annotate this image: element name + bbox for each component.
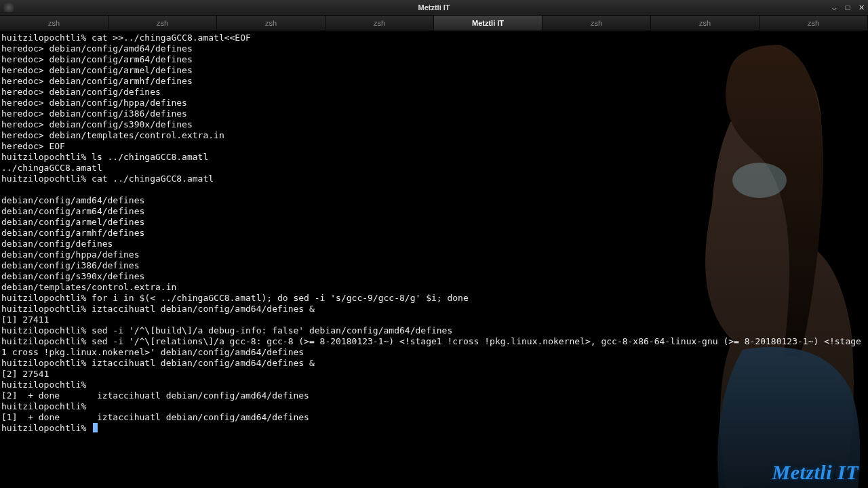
tab-label: zsh bbox=[699, 19, 711, 27]
tab-label: zsh bbox=[591, 19, 602, 27]
window-title: Metztli IT bbox=[0, 3, 868, 12]
close-button[interactable]: ✕ bbox=[856, 2, 867, 13]
app-icon bbox=[4, 3, 14, 12]
window-titlebar: Metztli IT ⌵ □ ✕ bbox=[0, 0, 868, 16]
tab-label: zsh bbox=[265, 19, 277, 27]
tab-label: zsh bbox=[374, 19, 385, 27]
tab-2[interactable]: zsh bbox=[217, 16, 326, 30]
tab-bar: zshzshzshzshMetztli ITzshzshzsh bbox=[0, 16, 868, 31]
tab-label: zsh bbox=[48, 19, 60, 27]
tab-label: zsh bbox=[157, 19, 168, 27]
tab-7[interactable]: zsh bbox=[760, 16, 868, 30]
tab-0[interactable]: zsh bbox=[0, 16, 108, 30]
terminal-cursor bbox=[93, 423, 98, 432]
terminal-viewport[interactable]: huitzilopochtli% cat >>../chingaGCC8.ama… bbox=[0, 31, 868, 488]
tab-1[interactable]: zsh bbox=[108, 16, 217, 30]
tab-5[interactable]: zsh bbox=[542, 16, 651, 30]
maximize-button[interactable]: □ bbox=[842, 2, 853, 13]
tab-label: zsh bbox=[808, 19, 819, 27]
tab-4[interactable]: Metztli IT bbox=[434, 16, 542, 30]
tab-3[interactable]: zsh bbox=[326, 16, 434, 30]
brand-watermark: Metztli IT bbox=[772, 461, 859, 484]
tab-6[interactable]: zsh bbox=[651, 16, 760, 30]
tab-label: Metztli IT bbox=[472, 19, 504, 27]
minimize-button[interactable]: ⌵ bbox=[829, 2, 840, 13]
terminal-output: huitzilopochtli% cat >>../chingaGCC8.ama… bbox=[0, 31, 868, 434]
